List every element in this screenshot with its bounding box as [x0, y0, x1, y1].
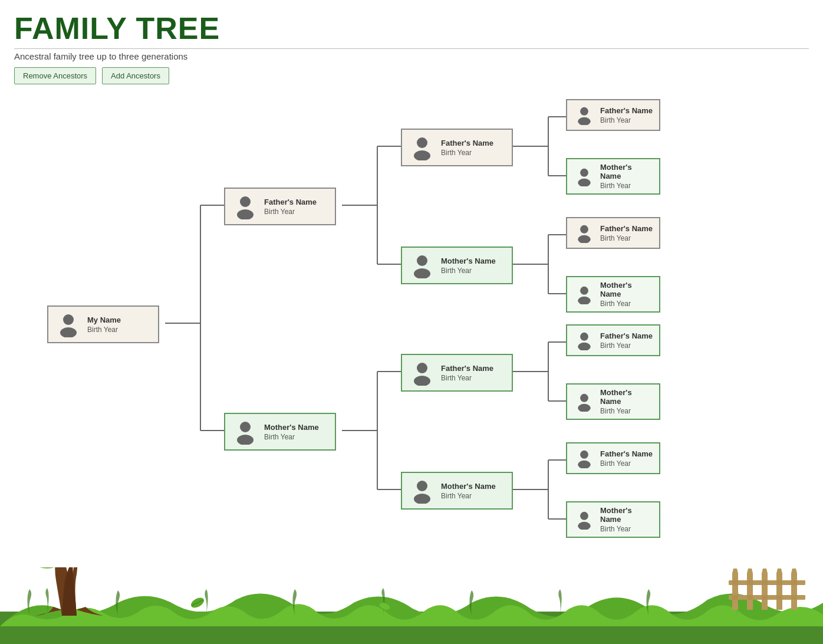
svg-point-55 [578, 461, 591, 468]
leaf-1 [189, 597, 206, 609]
card-fff[interactable]: Father's Name Birth Year [566, 99, 660, 131]
svg-point-56 [580, 512, 588, 520]
card-mm-year: Birth Year [441, 492, 496, 500]
avatar-me [54, 310, 83, 339]
card-ffm-year: Birth Year [600, 182, 653, 190]
card-mmf-year: Birth Year [600, 459, 653, 468]
card-father[interactable]: Father's Name Birth Year [224, 188, 336, 225]
svg-point-50 [580, 333, 588, 341]
fence-decoration [729, 569, 805, 616]
card-mff-year: Birth Year [600, 341, 653, 350]
avatar-fmf [573, 222, 595, 244]
svg-point-77 [503, 597, 512, 604]
card-fff-year: Birth Year [600, 116, 653, 124]
svg-rect-83 [747, 573, 753, 610]
svg-marker-84 [762, 569, 768, 573]
card-ffm-name: Mother's Name [600, 163, 653, 180]
avatar-ffm [573, 165, 595, 188]
svg-rect-91 [729, 595, 805, 600]
avatar-fff [573, 104, 595, 126]
avatar-mm [408, 477, 436, 505]
card-mfm[interactable]: Mother's Name Birth Year [566, 383, 660, 420]
card-mf-name: Father's Name [441, 364, 493, 373]
card-father-year: Birth Year [264, 208, 317, 216]
card-fmf-year: Birth Year [600, 234, 653, 242]
tree-decoration [6, 567, 136, 616]
card-ff[interactable]: Father's Name Birth Year [401, 129, 513, 166]
svg-marker-88 [791, 569, 797, 573]
card-mm-name: Mother's Name [441, 482, 496, 491]
svg-point-35 [414, 150, 430, 160]
svg-point-51 [578, 343, 591, 350]
svg-point-53 [578, 404, 591, 412]
avatar-mf [408, 359, 436, 387]
card-fmf[interactable]: Father's Name Birth Year [566, 217, 660, 249]
svg-rect-85 [762, 573, 768, 610]
card-mff-name: Father's Name [600, 331, 653, 340]
card-mother[interactable]: Mother's Name Birth Year [224, 413, 336, 451]
card-fmm-year: Birth Year [600, 300, 653, 308]
avatar-mother [231, 418, 259, 446]
subtitle: Ancestral family tree up to three genera… [14, 48, 809, 61]
leaf-2 [377, 601, 392, 612]
card-fm[interactable]: Mother's Name Birth Year [401, 247, 513, 284]
card-mf-year: Birth Year [441, 374, 493, 382]
svg-point-43 [578, 117, 591, 125]
svg-marker-86 [776, 569, 782, 573]
svg-point-42 [580, 107, 588, 116]
avatar-ff [408, 133, 436, 162]
svg-rect-81 [732, 573, 738, 610]
card-mmf-name: Father's Name [600, 449, 653, 458]
avatar-mff [573, 329, 595, 351]
svg-point-36 [417, 255, 427, 266]
leaf-3 [501, 596, 514, 606]
card-mm[interactable]: Mother's Name Birth Year [401, 472, 513, 510]
card-father-name: Father's Name [264, 198, 317, 206]
action-buttons: Remove Ancestors Add Ancestors [14, 67, 809, 84]
card-mfm-year: Birth Year [600, 407, 653, 415]
add-ancestors-button[interactable]: Add Ancestors [102, 67, 169, 84]
card-mf[interactable]: Father's Name Birth Year [401, 354, 513, 392]
svg-point-38 [417, 363, 427, 373]
tree-area: My Name Birth Year Father's Name Birth Y… [0, 83, 823, 590]
card-fmm[interactable]: Mother's Name Birth Year [566, 276, 660, 313]
card-me-text: My Name Birth Year [87, 316, 121, 334]
card-mff[interactable]: Father's Name Birth Year [566, 324, 660, 356]
card-mmf[interactable]: Father's Name Birth Year [566, 442, 660, 474]
card-fmf-name: Father's Name [600, 224, 653, 233]
card-mmm[interactable]: Mother's Name Birth Year [566, 501, 660, 538]
header: FAMILY TREE Ancestral family tree up to … [0, 0, 823, 84]
avatar-fm [408, 251, 436, 280]
svg-rect-90 [729, 580, 805, 585]
svg-point-54 [580, 451, 588, 459]
svg-point-32 [240, 422, 251, 432]
svg-point-37 [414, 268, 430, 278]
svg-point-76 [378, 602, 391, 611]
card-ff-name: Father's Name [441, 139, 493, 147]
card-mother-name: Mother's Name [264, 423, 319, 432]
svg-point-33 [237, 435, 254, 445]
page-title: FAMILY TREE [14, 11, 809, 46]
card-me-name: My Name [87, 316, 121, 324]
card-fm-year: Birth Year [441, 267, 496, 275]
avatar-mfm [573, 390, 595, 413]
remove-ancestors-button[interactable]: Remove Ancestors [14, 67, 96, 84]
svg-point-47 [578, 235, 591, 243]
card-fff-name: Father's Name [600, 106, 653, 115]
svg-point-49 [578, 297, 591, 304]
card-me[interactable]: My Name Birth Year [47, 305, 159, 343]
svg-point-46 [580, 225, 588, 234]
svg-point-45 [578, 179, 591, 186]
svg-point-34 [417, 137, 427, 148]
svg-point-39 [414, 376, 430, 386]
svg-rect-87 [776, 573, 782, 610]
avatar-fmm [573, 283, 595, 305]
svg-rect-89 [791, 573, 797, 610]
card-mother-year: Birth Year [264, 433, 319, 441]
card-ffm[interactable]: Mother's Name Birth Year [566, 158, 660, 195]
card-ff-year: Birth Year [441, 149, 493, 157]
svg-point-28 [63, 314, 74, 325]
svg-point-52 [580, 394, 588, 402]
card-me-year: Birth Year [87, 326, 121, 334]
avatar-mmf [573, 447, 595, 469]
